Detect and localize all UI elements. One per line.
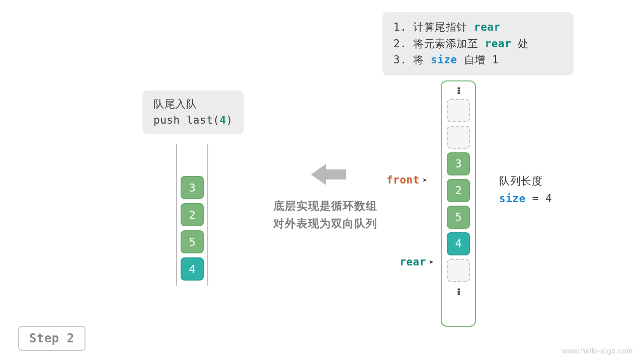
size-value-line: size = 4 (499, 190, 552, 208)
triangle-right-icon: ➤ (429, 257, 434, 267)
size-value: 4 (545, 193, 552, 205)
center-caption-line1: 底层实现是循环数组 (250, 197, 400, 215)
step1-pre: 1. 计算尾指针 (393, 21, 474, 33)
push-label-box: 队尾入队 push_last(4) (142, 90, 244, 134)
step2-pre: 2. 将元素添加至 (393, 38, 485, 50)
ring-array-column: ⋯ 3 2 5 4 ⋯ (441, 80, 476, 327)
deque-cell: 5 (181, 230, 204, 253)
ring-slot-front: 3 (447, 152, 470, 175)
steps-box: 1. 计算尾指针 rear 2. 将元素添加至 rear 处 3. 将 size… (382, 12, 574, 75)
deque-cell: 2 (181, 203, 204, 226)
push-call-post: ) (226, 114, 233, 126)
center-caption: 底层实现是循环数组 对外表现为双向队列 (250, 197, 400, 232)
center-caption-line2: 对外表现为双向队列 (250, 215, 400, 232)
step2-post: 处 (511, 38, 529, 50)
push-call-arg: 4 (219, 114, 226, 126)
deque-cell: 3 (181, 176, 204, 199)
triangle-right-icon: ➤ (423, 175, 428, 185)
step-tag: Step 2 (18, 326, 86, 351)
step1-keyword: rear (474, 21, 501, 33)
push-title: 队尾入队 (153, 97, 233, 113)
svg-marker-0 (311, 164, 346, 185)
push-call: push_last(4) (153, 113, 233, 129)
step2-keyword: rear (485, 38, 512, 50)
vertical-dots-icon: ⋯ (453, 288, 464, 294)
rear-pointer-label: rear➤ (384, 256, 434, 268)
ring-slot-rear: 4 (447, 232, 470, 255)
ring-slot-empty (447, 126, 470, 149)
ring-slot-empty (447, 259, 470, 282)
step3-keyword: size (431, 54, 457, 66)
size-info: 队列长度 size = 4 (499, 172, 552, 207)
vertical-dots-icon: ⋯ (453, 87, 464, 93)
left-arrow-icon (311, 162, 346, 189)
step-line-2: 2. 将元素添加至 rear 处 (393, 36, 562, 52)
size-eq: = (526, 193, 545, 205)
step3-pre: 3. 将 (393, 54, 431, 66)
step-line-1: 1. 计算尾指针 rear (393, 19, 562, 36)
watermark: www.hello-algo.com (562, 346, 633, 355)
ring-slot: 2 (447, 179, 470, 202)
deque-column: 3 2 5 4 (176, 144, 208, 286)
step-line-3: 3. 将 size 自增 1 (393, 52, 562, 68)
front-text: front (386, 174, 420, 186)
size-keyword: size (499, 193, 526, 205)
ring-slot: 5 (447, 206, 470, 229)
size-label: 队列长度 (499, 172, 552, 190)
push-call-pre: push_last( (153, 114, 219, 126)
rear-text: rear (399, 256, 426, 268)
ring-slot-empty (447, 99, 470, 122)
step3-post: 自增 1 (457, 54, 499, 66)
deque-cell-new: 4 (181, 257, 204, 281)
front-pointer-label: front➤ (377, 174, 428, 186)
